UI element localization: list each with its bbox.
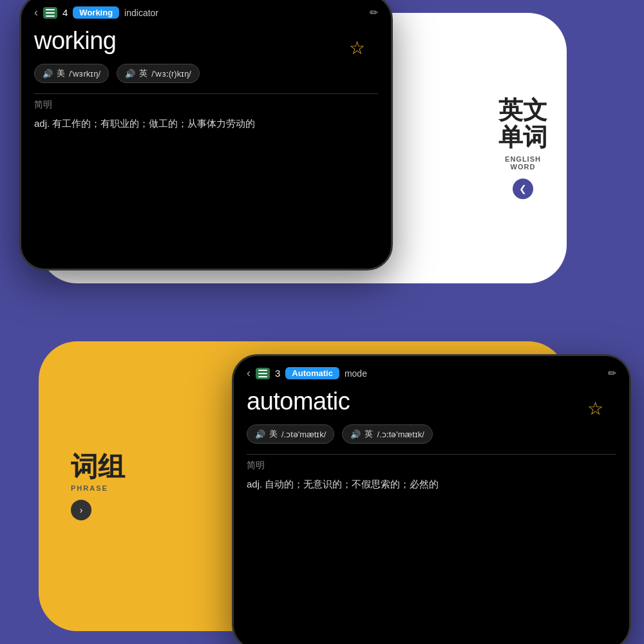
top-chevron[interactable]: ❮ bbox=[513, 178, 533, 199]
speaker-icon-us: 🔊 bbox=[43, 69, 53, 79]
pron-uk-bottom[interactable]: 🔊 英 /.ɔːtə'mætɪk/ bbox=[342, 424, 432, 444]
speaker-icon-uk: 🔊 bbox=[125, 69, 135, 79]
phone-bottom: ‹ 3 Automatic mode ✏ automatic ☆ 🔊 美 /.ɔ… bbox=[232, 354, 631, 644]
menu-icon[interactable] bbox=[43, 7, 57, 19]
pron-uk-ipa: /'wɜː(r)kɪŋ/ bbox=[151, 69, 191, 79]
top-english-label: ENGLISHWORD bbox=[505, 155, 541, 171]
nav-trailing-text: indicator bbox=[124, 8, 365, 18]
definition-text-bottom: adj. 自动的；无意识的；不假思索的；必然的 bbox=[247, 477, 616, 492]
favorite-star[interactable]: ☆ bbox=[349, 37, 365, 59]
card-number-bottom: 3 bbox=[275, 368, 280, 379]
phone-top: ‹ 4 Working indicator ✏ working ☆ 🔊 美 /'… bbox=[19, 0, 393, 270]
definition-text: adj. 有工作的；有职业的；做工的；从事体力劳动的 bbox=[34, 116, 378, 131]
menu-icon-bottom[interactable] bbox=[256, 368, 270, 379]
top-chinese-label: 英文 单词 bbox=[498, 97, 547, 151]
pron-us-ipa: /'wɜrkɪŋ/ bbox=[69, 69, 100, 79]
separator bbox=[34, 93, 378, 94]
word-title: working bbox=[34, 27, 378, 55]
favorite-star-bottom[interactable]: ☆ bbox=[587, 398, 603, 419]
definition-label: 简明 bbox=[34, 99, 378, 111]
bottom-chinese-label: 词组 bbox=[71, 452, 125, 482]
card-number: 4 bbox=[62, 7, 68, 18]
pron-uk-flag: 英 bbox=[139, 68, 147, 79]
pron-us-flag: 美 bbox=[57, 68, 65, 79]
pron-us[interactable]: 🔊 美 /'wɜrkɪŋ/ bbox=[34, 64, 109, 83]
edit-icon[interactable]: ✏ bbox=[370, 6, 378, 19]
separator-bottom bbox=[247, 454, 616, 455]
back-button[interactable]: ‹ bbox=[34, 6, 38, 19]
working-badge[interactable]: Working bbox=[73, 6, 119, 19]
pronunciation-row-bottom: 🔊 美 /.ɔtə'mætɪk/ 🔊 英 /.ɔːtə'mætɪk/ bbox=[247, 424, 616, 444]
pron-uk[interactable]: 🔊 英 /'wɜː(r)kɪŋ/ bbox=[117, 64, 200, 83]
edit-icon-bottom[interactable]: ✏ bbox=[608, 367, 616, 379]
definition-label-bottom: 简明 bbox=[247, 460, 616, 471]
top-right-label: 英文 单词 ENGLISHWORD ❮ bbox=[498, 97, 547, 199]
nav-trailing-text-bottom: mode bbox=[345, 368, 603, 379]
pron-us-flag-bottom: 美 bbox=[269, 428, 278, 440]
word-title-bottom: automatic bbox=[247, 388, 616, 415]
speaker-icon-uk-bottom: 🔊 bbox=[350, 430, 361, 439]
pron-uk-flag-bottom: 英 bbox=[365, 428, 373, 440]
pronunciation-row: 🔊 美 /'wɜrkɪŋ/ 🔊 英 /'wɜː(r)kɪŋ/ bbox=[34, 64, 378, 83]
back-button-bottom[interactable]: ‹ bbox=[247, 366, 251, 380]
bottom-english-label: PHRASE bbox=[71, 484, 108, 492]
pron-us-ipa-bottom: /.ɔtə'mætɪk/ bbox=[281, 430, 326, 439]
automatic-badge[interactable]: Automatic bbox=[285, 367, 339, 379]
pron-us-bottom[interactable]: 🔊 美 /.ɔtə'mætɪk/ bbox=[247, 424, 334, 444]
bottom-nav-bar: ‹ 3 Automatic mode ✏ bbox=[247, 366, 616, 380]
top-nav-bar: ‹ 4 Working indicator ✏ bbox=[34, 6, 378, 19]
bottom-left-label: 词组 PHRASE › bbox=[71, 452, 125, 520]
bottom-chevron[interactable]: › bbox=[71, 500, 91, 520]
pron-uk-ipa-bottom: /.ɔːtə'mætɪk/ bbox=[377, 430, 424, 439]
speaker-icon-us-bottom: 🔊 bbox=[255, 430, 265, 439]
